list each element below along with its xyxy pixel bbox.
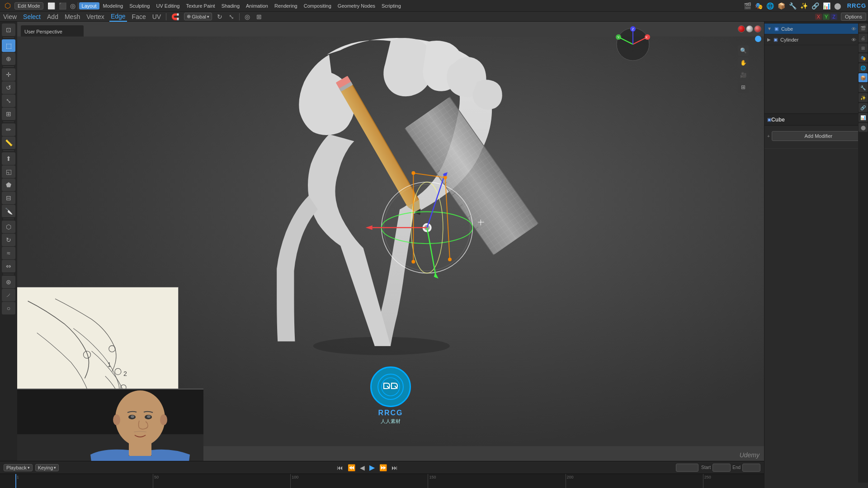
world-icon[interactable]: 🌐 <box>765 1 775 10</box>
scale-btn[interactable]: ⤡ <box>2 94 15 107</box>
light-sphere-white[interactable] <box>746 25 753 33</box>
physics-props-btn[interactable]: 🔗 <box>859 103 868 112</box>
mesh-menu[interactable]: Mesh <box>63 12 81 21</box>
current-frame-input[interactable]: 1 <box>676 464 698 472</box>
data-props-btn[interactable]: 📊 <box>859 113 868 122</box>
annotate-btn[interactable]: ✏ <box>2 123 15 136</box>
playback-dropdown[interactable]: Playback ▾ <box>4 464 33 471</box>
jump-start-btn[interactable]: ⏮ <box>336 463 344 472</box>
edge-menu[interactable]: Edge <box>109 12 127 22</box>
world-props-btn[interactable]: 🌐 <box>859 63 868 72</box>
workspace-shading[interactable]: Shading <box>219 2 242 9</box>
outliner-item-cube[interactable]: ▼ ▣ Cube 👁 📷 <box>764 23 868 34</box>
to-sphere-btn[interactable]: ○ <box>2 302 15 314</box>
constraints-icon[interactable]: 🔗 <box>810 1 821 10</box>
workspace-scripting[interactable]: Scripting <box>379 2 404 9</box>
extrude-btn[interactable]: ⬆ <box>2 152 15 165</box>
end-frame-input[interactable]: 250 <box>742 464 760 472</box>
particle-icon[interactable]: ✨ <box>799 1 809 10</box>
view-layer-props-btn[interactable]: ⊞ <box>859 43 868 52</box>
step-forward-btn[interactable]: ⏩ <box>378 463 388 472</box>
axis-x-btn[interactable]: X <box>815 14 822 20</box>
face-menu[interactable]: Face <box>131 12 147 21</box>
workspace-animation[interactable]: Animation <box>243 2 271 9</box>
object-mode-btn[interactable]: ⊡ <box>2 23 15 36</box>
scene-props-btn[interactable]: 🎭 <box>859 53 868 62</box>
play-back-btn[interactable]: ◀ <box>359 463 366 472</box>
jump-end-btn[interactable]: ⏭ <box>391 463 399 472</box>
workspace-layout[interactable]: Layout <box>79 2 99 9</box>
outliner-item-cylinder[interactable]: ▶ ▣ Cylinder 👁 📷 <box>764 34 868 45</box>
object-icon[interactable]: 📦 <box>776 1 787 10</box>
bevel-btn[interactable]: ⬟ <box>2 178 15 191</box>
modifier-icon[interactable]: 🔧 <box>788 1 798 10</box>
pan-btn[interactable]: ✋ <box>738 57 749 68</box>
workspace-rendering[interactable]: Rendering <box>272 2 300 9</box>
options-button[interactable]: Options <box>841 13 866 21</box>
inset-btn[interactable]: ◱ <box>2 165 15 178</box>
local-view-icon[interactable]: ⬛ <box>57 1 68 10</box>
axis-z-btn[interactable]: Z <box>830 14 837 20</box>
material-icon[interactable]: ⬤ <box>833 1 843 10</box>
overlay-icon[interactable]: ◎ <box>69 1 77 10</box>
step-back-btn[interactable]: ⏪ <box>347 463 356 472</box>
shear-btn[interactable]: ⟋ <box>2 289 15 301</box>
smooth-btn[interactable]: ≈ <box>2 247 15 259</box>
rotate-btn[interactable]: ↺ <box>2 81 15 94</box>
modifier-props-btn[interactable]: 🔧 <box>859 83 868 92</box>
mode-dropdown[interactable]: Edit Mode <box>14 2 43 9</box>
knife-btn[interactable]: 🔪 <box>2 205 15 217</box>
axis-y-btn[interactable]: Y <box>823 14 830 20</box>
cursor-btn[interactable]: ⊕ <box>2 52 15 65</box>
vertex-menu[interactable]: Vertex <box>85 12 106 21</box>
view-menu[interactable]: View <box>2 12 18 21</box>
rotate-icon[interactable]: ↻ <box>216 12 224 21</box>
object-props-btn[interactable]: 📦 <box>859 73 868 82</box>
loop-cut-btn[interactable]: ⊟ <box>2 192 15 204</box>
transform-orientation[interactable]: ⊕ Global ▾ <box>184 13 212 20</box>
move-btn[interactable]: ✛ <box>2 68 15 81</box>
select-box-btn[interactable]: ⬚ <box>2 39 15 52</box>
nav-gizmo-area[interactable]: X Y Z <box>615 26 651 63</box>
light-sphere-pink[interactable] <box>754 25 761 33</box>
magnify-btn[interactable]: 🔍 <box>738 45 749 56</box>
scene-icon[interactable]: 🎭 <box>754 1 764 10</box>
poly-build-btn[interactable]: ⬡ <box>2 221 15 233</box>
uv-menu[interactable]: UV <box>151 12 162 21</box>
transform-btn[interactable]: ⊞ <box>2 108 15 120</box>
mirrow-icon[interactable]: ⊞ <box>255 12 263 21</box>
light-sphere-red[interactable] <box>738 25 745 33</box>
workspace-uv[interactable]: UV Editing <box>153 2 182 9</box>
particles-props-btn[interactable]: ✨ <box>859 93 868 102</box>
material-props-btn[interactable]: ⬤ <box>859 123 868 132</box>
select-menu[interactable]: Select <box>22 12 42 21</box>
data-icon[interactable]: 📊 <box>821 1 832 10</box>
add-menu[interactable]: Add <box>46 12 60 21</box>
render-icon[interactable]: 🎬 <box>742 1 753 10</box>
spin-btn[interactable]: ↻ <box>2 234 15 246</box>
render-props-btn[interactable]: 🎬 <box>859 23 868 33</box>
grid-btn[interactable]: ⊞ <box>738 82 749 93</box>
shrink-fatten-btn[interactable]: ⊛ <box>2 276 15 288</box>
playhead[interactable] <box>15 474 16 488</box>
workspace-sculpting[interactable]: Sculpting <box>127 2 152 9</box>
cube-eye-icon[interactable]: 👁 <box>851 26 856 32</box>
app-icon[interactable]: ⬡ <box>2 0 14 11</box>
measure-btn[interactable]: 📏 <box>2 136 15 149</box>
add-modifier-button[interactable]: Add Modifier <box>772 131 865 141</box>
keying-dropdown[interactable]: Keying ▾ <box>35 464 59 471</box>
viewport-icon[interactable]: ⬜ <box>46 1 57 10</box>
workspace-texture[interactable]: Texture Paint <box>183 2 217 9</box>
workspace-geometry[interactable]: Geometry Nodes <box>335 2 378 9</box>
snap-icon[interactable]: 🧲 <box>170 12 180 21</box>
play-btn[interactable]: ▶ <box>368 462 376 473</box>
start-frame-input[interactable]: 1 <box>712 464 731 472</box>
scale-icon[interactable]: ⤡ <box>227 12 236 21</box>
prop-edit-icon[interactable]: ◎ <box>243 12 251 21</box>
cylinder-eye-icon[interactable]: 👁 <box>851 37 856 42</box>
output-props-btn[interactable]: 🖨 <box>859 33 868 42</box>
workspace-compositing[interactable]: Compositing <box>301 2 334 9</box>
workspace-modeling[interactable]: Modeling <box>100 2 126 9</box>
timeline-ruler[interactable]: 1 50 100 150 200 250 <box>0 474 764 488</box>
camera-btn[interactable]: 🎥 <box>738 70 749 80</box>
